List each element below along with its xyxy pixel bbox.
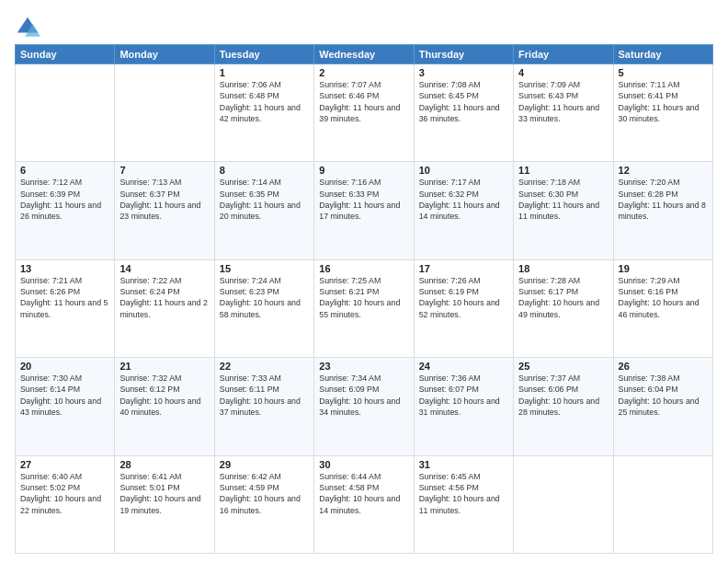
day-number: 21 <box>119 361 209 372</box>
day-info-line: Sunrise: 6:41 AM <box>119 472 181 481</box>
day-info-line: Sunrise: 7:20 AM <box>619 178 680 187</box>
day-info: Sunrise: 7:07 AMSunset: 6:46 PMDaylight:… <box>319 79 408 124</box>
calendar-cell: 24Sunrise: 7:36 AMSunset: 6:07 PMDayligh… <box>414 358 513 455</box>
day-info: Sunrise: 7:33 AMSunset: 6:11 PMDaylight:… <box>220 373 309 418</box>
day-number: 18 <box>518 263 608 274</box>
day-info-line: Daylight: 11 hours and 20 minutes. <box>220 201 301 221</box>
day-info-line: Sunrise: 7:24 AM <box>220 276 281 285</box>
day-info-line: Sunset: 6:06 PM <box>518 385 578 394</box>
day-info-line: Sunset: 6:12 PM <box>119 385 179 394</box>
week-row-3: 13Sunrise: 7:21 AMSunset: 6:26 PMDayligh… <box>16 259 713 357</box>
day-info-line: Daylight: 11 hours and 36 minutes. <box>419 103 500 123</box>
day-info: Sunrise: 6:40 AMSunset: 5:02 PMDaylight:… <box>20 471 109 516</box>
day-info: Sunrise: 7:11 AMSunset: 6:41 PMDaylight:… <box>619 79 708 124</box>
calendar-cell: 17Sunrise: 7:26 AMSunset: 6:19 PMDayligh… <box>414 259 513 357</box>
day-info-line: Sunset: 6:17 PM <box>518 287 578 296</box>
day-info: Sunrise: 7:17 AMSunset: 6:32 PMDaylight:… <box>419 177 508 222</box>
day-info-line: Daylight: 11 hours and 26 minutes. <box>20 201 101 221</box>
day-info: Sunrise: 7:36 AMSunset: 6:07 PMDaylight:… <box>419 373 508 418</box>
day-info-line: Daylight: 10 hours and 28 minutes. <box>518 396 599 417</box>
day-info-line: Sunrise: 7:08 AM <box>419 80 481 89</box>
header <box>15 11 713 40</box>
day-info: Sunrise: 7:24 AMSunset: 6:23 PMDaylight:… <box>220 275 309 320</box>
day-info-line: Sunrise: 7:11 AM <box>619 80 680 89</box>
calendar-cell: 19Sunrise: 7:29 AMSunset: 6:16 PMDayligh… <box>613 259 712 357</box>
day-info-line: Sunrise: 7:06 AM <box>220 80 281 89</box>
calendar-cell: 5Sunrise: 7:11 AMSunset: 6:41 PMDaylight… <box>613 64 712 162</box>
day-number: 19 <box>619 263 708 274</box>
calendar-cell: 16Sunrise: 7:25 AMSunset: 6:21 PMDayligh… <box>314 259 414 357</box>
day-info-line: Sunset: 4:56 PM <box>419 483 479 492</box>
day-info-line: Sunset: 6:37 PM <box>119 190 179 199</box>
day-info-line: Sunset: 6:09 PM <box>319 385 379 394</box>
day-info-line: Sunset: 6:07 PM <box>419 385 479 394</box>
day-info-line: Sunset: 4:58 PM <box>319 483 379 492</box>
day-info-line: Sunrise: 7:07 AM <box>319 80 381 89</box>
day-info-line: Sunrise: 7:32 AM <box>119 373 181 383</box>
day-info-line: Sunset: 6:39 PM <box>20 190 80 199</box>
calendar-cell: 30Sunrise: 6:44 AMSunset: 4:58 PMDayligh… <box>314 455 414 553</box>
day-info-line: Sunrise: 7:12 AM <box>20 178 82 187</box>
calendar-cell: 10Sunrise: 7:17 AMSunset: 6:32 PMDayligh… <box>414 162 513 259</box>
calendar-cell: 29Sunrise: 6:42 AMSunset: 4:59 PMDayligh… <box>214 455 313 553</box>
day-info-line: Sunrise: 7:34 AM <box>319 373 381 383</box>
day-number: 9 <box>319 165 408 176</box>
calendar-cell: 26Sunrise: 7:38 AMSunset: 6:04 PMDayligh… <box>613 358 712 455</box>
day-number: 22 <box>220 361 309 372</box>
day-number: 27 <box>20 459 109 470</box>
day-info-line: Daylight: 10 hours and 25 minutes. <box>619 396 700 417</box>
calendar-cell: 14Sunrise: 7:22 AMSunset: 6:24 PMDayligh… <box>115 259 214 357</box>
day-info-line: Sunset: 6:45 PM <box>419 91 479 100</box>
week-row-5: 27Sunrise: 6:40 AMSunset: 5:02 PMDayligh… <box>16 455 713 553</box>
weekday-header-friday: Friday <box>514 45 613 64</box>
day-info-line: Daylight: 11 hours and 33 minutes. <box>518 103 599 123</box>
day-info-line: Daylight: 11 hours and 2 minutes. <box>119 298 207 318</box>
day-info-line: Daylight: 11 hours and 8 minutes. <box>619 201 706 221</box>
day-info-line: Sunset: 6:19 PM <box>419 287 479 296</box>
day-info-line: Daylight: 11 hours and 14 minutes. <box>419 201 500 221</box>
day-info-line: Daylight: 10 hours and 55 minutes. <box>319 298 400 318</box>
day-info-line: Sunset: 6:41 PM <box>619 91 678 100</box>
day-info-line: Daylight: 10 hours and 14 minutes. <box>319 494 400 514</box>
calendar-cell: 6Sunrise: 7:12 AMSunset: 6:39 PMDaylight… <box>16 162 115 259</box>
day-number: 2 <box>319 67 408 78</box>
day-info-line: Sunset: 5:01 PM <box>119 483 179 492</box>
calendar-cell: 18Sunrise: 7:28 AMSunset: 6:17 PMDayligh… <box>514 259 613 357</box>
calendar-cell <box>115 64 214 162</box>
day-info-line: Sunrise: 7:36 AM <box>419 373 481 383</box>
day-number: 4 <box>518 67 608 78</box>
calendar-cell <box>514 455 613 553</box>
weekday-header-saturday: Saturday <box>613 45 712 64</box>
day-info: Sunrise: 7:37 AMSunset: 6:06 PMDaylight:… <box>518 373 608 418</box>
day-info: Sunrise: 7:38 AMSunset: 6:04 PMDaylight:… <box>619 373 708 418</box>
day-info-line: Sunrise: 7:25 AM <box>319 276 381 285</box>
day-info-line: Sunrise: 6:44 AM <box>319 472 381 481</box>
day-info-line: Sunset: 6:23 PM <box>220 287 279 296</box>
day-info-line: Daylight: 10 hours and 16 minutes. <box>220 494 301 514</box>
day-info-line: Daylight: 10 hours and 43 minutes. <box>20 396 101 417</box>
day-info-line: Sunset: 6:28 PM <box>619 190 678 199</box>
day-info: Sunrise: 7:13 AMSunset: 6:37 PMDaylight:… <box>119 177 209 222</box>
calendar-cell <box>16 64 115 162</box>
week-row-2: 6Sunrise: 7:12 AMSunset: 6:39 PMDaylight… <box>16 162 713 259</box>
day-number: 24 <box>419 361 508 372</box>
week-row-4: 20Sunrise: 7:30 AMSunset: 6:14 PMDayligh… <box>16 358 713 455</box>
calendar-cell: 3Sunrise: 7:08 AMSunset: 6:45 PMDaylight… <box>414 64 513 162</box>
day-info-line: Sunrise: 7:17 AM <box>419 178 481 187</box>
calendar-cell: 1Sunrise: 7:06 AMSunset: 6:48 PMDaylight… <box>214 64 313 162</box>
day-number: 6 <box>20 165 109 176</box>
day-info-line: Sunset: 6:14 PM <box>20 385 80 394</box>
weekday-header-wednesday: Wednesday <box>314 45 414 64</box>
day-number: 20 <box>20 361 109 372</box>
day-info-line: Daylight: 11 hours and 30 minutes. <box>619 103 700 123</box>
day-number: 25 <box>518 361 608 372</box>
calendar-cell: 23Sunrise: 7:34 AMSunset: 6:09 PMDayligh… <box>314 358 414 455</box>
calendar-cell: 22Sunrise: 7:33 AMSunset: 6:11 PMDayligh… <box>214 358 313 455</box>
weekday-header-sunday: Sunday <box>16 45 115 64</box>
day-info-line: Sunset: 6:35 PM <box>220 190 279 199</box>
day-number: 5 <box>619 67 708 78</box>
day-info-line: Sunrise: 7:16 AM <box>319 178 381 187</box>
day-info-line: Sunrise: 7:28 AM <box>518 276 580 285</box>
day-info-line: Daylight: 10 hours and 49 minutes. <box>518 298 599 318</box>
day-info-line: Daylight: 10 hours and 34 minutes. <box>319 396 400 417</box>
